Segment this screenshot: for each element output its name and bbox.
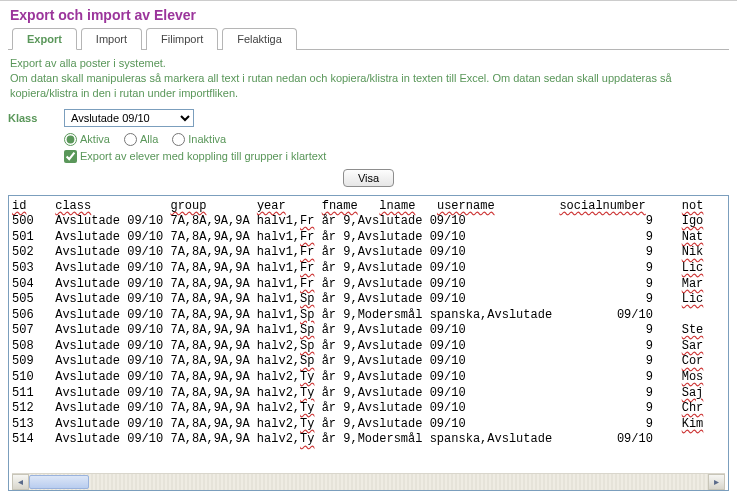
tab-felaktiga[interactable]: Felaktiga [222,28,297,50]
description-text: Export av alla poster i systemet. Om dat… [10,56,727,101]
export-textbox[interactable]: id class group year fname lname username… [8,195,729,491]
radio-aktiva-text: Aktiva [80,133,110,145]
tab-export[interactable]: Export [12,28,77,50]
tab-filimport[interactable]: Filimport [146,28,218,50]
scroll-left-button[interactable]: ◂ [12,474,29,490]
scroll-thumb[interactable] [29,475,89,489]
scroll-track[interactable] [29,474,708,490]
radio-alla[interactable] [124,133,137,146]
export-klartext-text: Export av elever med koppling till grupp… [80,150,326,162]
klass-select[interactable]: Avslutade 09/10 [64,109,194,127]
visa-button[interactable]: Visa [343,169,394,187]
radio-inaktiva-label[interactable]: Inaktiva [172,133,226,146]
scroll-right-button[interactable]: ▸ [708,474,725,490]
radio-alla-label[interactable]: Alla [124,133,158,146]
radio-inaktiva[interactable] [172,133,185,146]
tab-import[interactable]: Import [81,28,142,50]
export-klartext-label[interactable]: Export av elever med koppling till grupp… [64,150,326,163]
radio-aktiva[interactable] [64,133,77,146]
status-radio-group: Aktiva Alla Inaktiva [64,133,729,146]
radio-aktiva-label[interactable]: Aktiva [64,133,110,146]
tab-bar: Export Import Filimport Felaktiga [8,27,729,50]
export-klartext-checkbox[interactable] [64,150,77,163]
klass-label: Klass [8,112,64,124]
radio-alla-text: Alla [140,133,158,145]
horizontal-scrollbar[interactable]: ◂ ▸ [12,473,725,490]
page-title: Export och import av Elever [10,7,729,23]
desc-line-2: Om datan skall manipuleras så markera al… [10,71,727,101]
export-text-content[interactable]: id class group year fname lname username… [12,199,725,471]
radio-inaktiva-text: Inaktiva [188,133,226,145]
desc-line-1: Export av alla poster i systemet. [10,56,727,71]
